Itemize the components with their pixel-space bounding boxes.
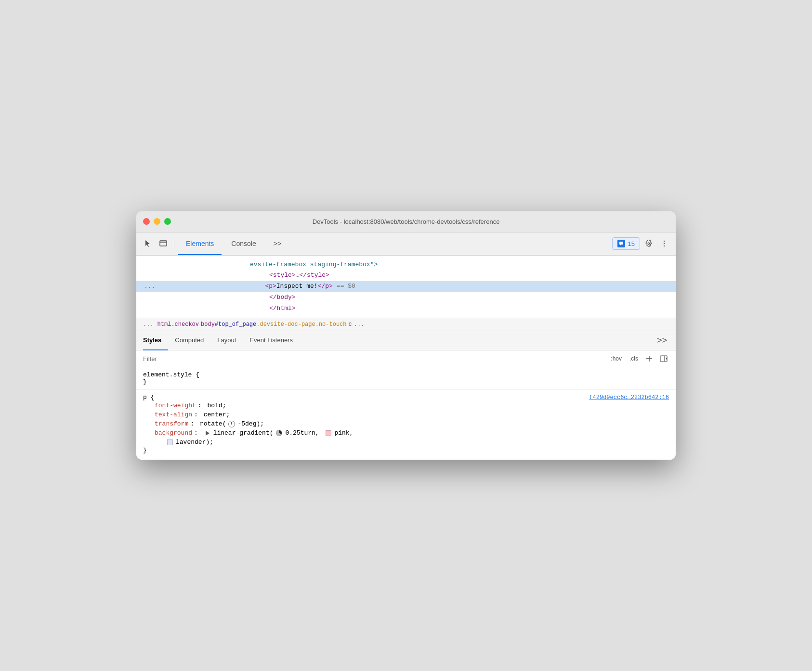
window-controls: [143, 218, 171, 225]
tab-computed[interactable]: Computed: [168, 331, 210, 350]
element-style-close: }: [143, 378, 669, 386]
angle-swatch[interactable]: [228, 421, 235, 427]
tree-line[interactable]: evsite-framebox staging-framebox">: [136, 259, 676, 271]
svg-point-6: [664, 245, 665, 246]
css-source-link[interactable]: f429d9ecc6c…2232b642:16: [589, 394, 669, 401]
close-button[interactable]: [143, 218, 150, 225]
p-rule: p { f429d9ecc6c…2232b642:16 font-weight …: [136, 390, 676, 460]
cursor-icon[interactable]: [141, 237, 155, 250]
notification-count: 15: [628, 240, 635, 247]
filter-bar: :hov .cls: [136, 350, 676, 367]
breadcrumb-html[interactable]: html.checkov: [157, 321, 199, 328]
element-style-rule: element.style { }: [136, 367, 676, 390]
notification-badge[interactable]: 15: [612, 237, 640, 250]
settings-icon[interactable]: [642, 237, 655, 250]
chat-icon: [617, 240, 625, 247]
titlebar-title: DevTools - localhost:8080/web/tools/chro…: [313, 218, 500, 225]
gradient-angle-swatch[interactable]: [276, 430, 282, 436]
svg-marker-9: [666, 358, 667, 360]
tree-line[interactable]: </body>: [136, 292, 676, 303]
more-menu-icon[interactable]: [657, 237, 671, 250]
tree-line[interactable]: </html>: [136, 303, 676, 314]
breadcrumb-dots[interactable]: ...: [143, 321, 154, 328]
css-content: element.style { } p { f429d9ecc6c…2232b6…: [136, 367, 676, 460]
hov-button[interactable]: :hov: [609, 354, 624, 363]
p-rule-header: p { f429d9ecc6c…2232b642:16: [143, 394, 669, 401]
css-lavender-line: lavender);: [143, 438, 669, 447]
breadcrumb-c: c: [349, 321, 352, 328]
cls-button[interactable]: .cls: [628, 354, 640, 363]
tree-line[interactable]: <style>…</style>: [136, 270, 676, 281]
tab-layout[interactable]: Layout: [210, 331, 243, 350]
p-rule-close: }: [143, 447, 669, 454]
maximize-button[interactable]: [164, 218, 171, 225]
svg-point-5: [664, 243, 665, 244]
styles-tabs: Styles Computed Layout Event Listeners >…: [136, 331, 676, 350]
selected-tree-line[interactable]: ... <p>Inspect me!</p> == $0: [136, 281, 676, 292]
css-prop-font-weight: font-weight : bold;: [143, 401, 669, 410]
expand-background-icon[interactable]: [206, 431, 210, 436]
tab-elements[interactable]: Elements: [178, 232, 222, 255]
lavender-color-swatch[interactable]: [167, 439, 173, 445]
minimize-button[interactable]: [154, 218, 160, 225]
breadcrumb: ... html.checkov body#top_of_page.devsit…: [136, 318, 676, 331]
css-prop-text-align: text-align : center;: [143, 410, 669, 419]
svg-rect-1: [160, 241, 167, 243]
css-prop-transform: transform : rotate( -5deg);: [143, 419, 669, 428]
devtools-header: Elements Console >> 15: [136, 232, 676, 256]
svg-point-10: [231, 424, 232, 425]
tab-more[interactable]: >>: [266, 232, 289, 255]
filter-actions: :hov .cls: [609, 353, 669, 364]
devtools-window: DevTools - localhost:8080/web/tools/chro…: [136, 211, 676, 460]
tab-console[interactable]: Console: [223, 232, 263, 255]
breadcrumb-more[interactable]: ...: [354, 321, 365, 328]
tab-styles[interactable]: Styles: [143, 331, 168, 350]
breadcrumb-body[interactable]: body#top_of_page.devsite-doc-page.no-tou…: [201, 321, 346, 328]
svg-rect-3: [619, 242, 623, 245]
sidebar-toggle-button[interactable]: [658, 353, 669, 364]
html-tree: evsite-framebox staging-framebox"> <styl…: [136, 256, 676, 318]
pink-color-swatch[interactable]: [326, 430, 331, 436]
svg-point-4: [664, 241, 665, 242]
header-divider: [174, 238, 174, 249]
window-inspect-icon[interactable]: [157, 237, 170, 250]
css-prop-background: background : linear-gradient( 0.25turn, …: [143, 428, 669, 438]
filter-input[interactable]: [143, 355, 605, 362]
styles-more-icon[interactable]: >>: [655, 336, 669, 346]
element-style-selector: element.style {: [143, 371, 669, 378]
titlebar: DevTools - localhost:8080/web/tools/chro…: [136, 211, 676, 232]
elements-panel: evsite-framebox staging-framebox"> <styl…: [136, 256, 676, 319]
tab-event-listeners[interactable]: Event Listeners: [243, 331, 300, 350]
add-rule-button[interactable]: [644, 353, 655, 364]
